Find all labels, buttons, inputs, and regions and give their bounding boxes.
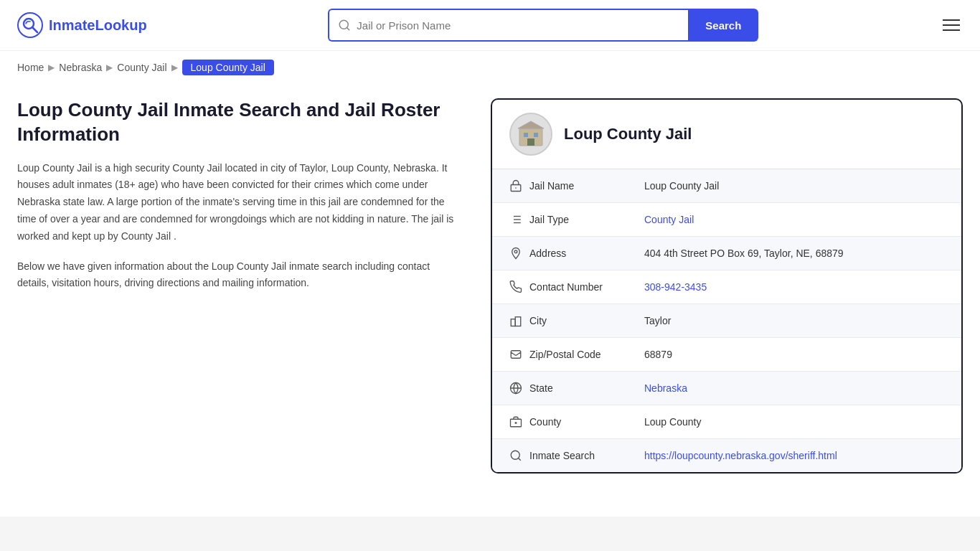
page-title: Loup County Jail Inmate Search and Jail …: [17, 98, 462, 147]
phone-icon: [509, 281, 529, 293]
label-state: State: [529, 382, 644, 394]
county-icon: [509, 415, 529, 428]
footer-area: [0, 517, 980, 551]
value-zip: 68879: [644, 349, 944, 360]
table-row: Zip/Postal Code 68879: [492, 338, 961, 372]
jail-avatar: [509, 113, 552, 156]
label-inmate-search: Inmate Search: [529, 450, 644, 461]
value-inmate-search: https://loupcounty.nebraska.gov/sheriff.…: [644, 450, 944, 461]
info-card: Loup County Jail Jail Name Loup County J…: [491, 98, 963, 474]
zip-icon: [509, 348, 529, 361]
svg-point-19: [514, 250, 517, 253]
breadcrumb-county-jail[interactable]: County Jail: [117, 62, 166, 73]
label-jail-type: Jail Type: [529, 214, 644, 225]
logo-icon: [17, 12, 43, 38]
header: InmateLookup Search: [0, 0, 980, 51]
svg-line-32: [518, 458, 520, 460]
svg-line-4: [347, 27, 349, 29]
label-jail-name: Jail Name: [529, 180, 644, 192]
svg-rect-7: [534, 133, 538, 137]
search-link-icon: [509, 449, 529, 462]
table-row: Jail Type County Jail: [492, 203, 961, 237]
state-link[interactable]: Nebraska: [644, 382, 687, 394]
svg-rect-8: [527, 138, 534, 146]
table-row: State Nebraska: [492, 372, 961, 405]
description-2: Below we have given information about th…: [17, 258, 462, 293]
main-content: Loup County Jail Inmate Search and Jail …: [0, 84, 980, 502]
table-row: Jail Name Loup County Jail: [492, 169, 961, 203]
value-address: 404 4th Street PO Box 69, Taylor, NE, 68…: [644, 248, 944, 259]
card-jail-name: Loup County Jail: [564, 125, 692, 143]
table-row: County Loup County: [492, 405, 961, 439]
breadcrumb-current: Loup County Jail: [182, 60, 274, 75]
breadcrumb-sep-3: ▶: [171, 62, 178, 72]
svg-point-0: [18, 13, 42, 37]
label-address: Address: [529, 248, 644, 259]
building-icon: [515, 118, 547, 150]
info-table: Jail Name Loup County Jail Jail Type Cou…: [492, 169, 961, 472]
table-row: Contact Number 308-942-3435: [492, 270, 961, 304]
location-icon: [509, 247, 529, 260]
inmate-search-link[interactable]: https://loupcounty.nebraska.gov/sheriff.…: [644, 450, 837, 461]
logo[interactable]: InmateLookup: [17, 12, 147, 38]
value-contact: 308-942-3435: [644, 281, 944, 293]
description-1: Loup County Jail is a high security Coun…: [17, 160, 462, 245]
logo-text: InmateLookup: [49, 17, 147, 34]
breadcrumb-sep-1: ▶: [48, 62, 55, 72]
menu-line-2: [943, 24, 960, 26]
city-icon: [509, 314, 529, 327]
breadcrumb-sep-2: ▶: [106, 62, 113, 72]
list-icon: [509, 213, 529, 226]
value-county: Loup County: [644, 416, 944, 428]
hamburger-menu-button[interactable]: [940, 17, 963, 34]
label-contact: Contact Number: [529, 281, 644, 293]
right-column: Loup County Jail Jail Name Loup County J…: [491, 98, 963, 474]
jail-type-link[interactable]: County Jail: [644, 214, 694, 225]
table-row: Inmate Search https://loupcounty.nebrask…: [492, 439, 961, 472]
breadcrumb-nebraska[interactable]: Nebraska: [59, 62, 102, 73]
menu-line-3: [943, 29, 960, 31]
value-city: Taylor: [644, 315, 944, 326]
menu-line-1: [943, 19, 960, 21]
value-jail-type: County Jail: [644, 214, 944, 225]
label-zip: Zip/Postal Code: [529, 349, 644, 360]
jail-icon: [509, 179, 529, 192]
svg-rect-21: [515, 317, 521, 326]
svg-point-31: [511, 451, 519, 459]
search-icon: [338, 19, 351, 32]
svg-rect-6: [524, 133, 528, 137]
label-city: City: [529, 315, 644, 326]
search-button[interactable]: Search: [688, 9, 758, 42]
search-input-wrap: [328, 9, 688, 42]
value-state: Nebraska: [644, 382, 944, 394]
breadcrumb-home[interactable]: Home: [17, 62, 44, 73]
table-row: Address 404 4th Street PO Box 69, Taylor…: [492, 237, 961, 270]
search-input[interactable]: [357, 19, 679, 32]
left-column: Loup County Jail Inmate Search and Jail …: [17, 98, 491, 474]
globe-icon: [509, 382, 529, 395]
table-row: City Taylor: [492, 304, 961, 338]
breadcrumb: Home ▶ Nebraska ▶ County Jail ▶ Loup Cou…: [0, 51, 980, 84]
phone-link[interactable]: 308-942-3435: [644, 281, 707, 293]
svg-rect-20: [511, 319, 515, 326]
card-header: Loup County Jail: [492, 100, 961, 169]
value-jail-name: Loup County Jail: [644, 180, 944, 192]
search-bar: Search: [328, 9, 758, 42]
label-county: County: [529, 416, 644, 428]
